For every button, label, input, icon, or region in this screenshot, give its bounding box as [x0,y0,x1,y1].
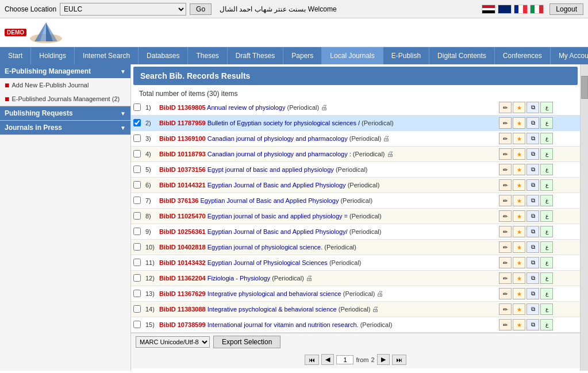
row-bibid[interactable]: BibID 11367629 [159,290,206,297]
arabic-button[interactable]: ع [540,179,553,191]
flag-uk[interactable] [498,5,512,14]
star-button[interactable]: ★ [513,164,525,175]
edit-button[interactable]: ✏ [499,319,512,330]
copy-button[interactable]: ⧉ [526,133,539,144]
row-checkbox[interactable] [133,212,141,220]
scrollbar[interactable] [580,64,588,371]
star-button[interactable]: ★ [513,272,525,284]
arabic-button[interactable]: ع [540,210,553,222]
star-button[interactable]: ★ [513,148,525,160]
nav-local-journals[interactable]: Local Journals [322,47,383,64]
row-title[interactable]: Integrative physiological and behavioral… [207,290,343,297]
row-title[interactable]: Egyptian journal of basic and applied ph… [207,213,349,220]
edit-button[interactable]: ✏ [499,226,512,237]
arabic-button[interactable]: ع [540,319,553,330]
row-title[interactable]: Egyptian Journal of Basic and Applied Ph… [207,228,349,235]
epublished-mgmt-link[interactable]: ■ E-Published Journals Management (2) [0,92,130,106]
copy-button[interactable]: ⧉ [526,148,539,160]
flag-france[interactable] [514,5,528,14]
row-checkbox[interactable] [133,228,141,235]
nav-internet-search[interactable]: Internet Search [75,47,139,64]
row-bibid[interactable]: BibID 11787959 [159,120,206,126]
edit-button[interactable]: ✏ [499,164,512,175]
edit-button[interactable]: ✏ [499,179,512,191]
edit-button[interactable]: ✏ [499,148,512,160]
row-title[interactable]: International journal for vitamin and nu… [207,321,360,328]
row-title[interactable]: Annual review of physiology [207,104,287,111]
row-bibid[interactable]: BibID 10738599 [159,321,206,328]
edit-button[interactable]: ✏ [499,288,512,299]
star-button[interactable]: ★ [513,133,525,144]
row-title[interactable]: Canadian journal of physiology and pharm… [207,151,353,157]
arabic-button[interactable]: ع [540,102,553,113]
row-checkbox[interactable] [133,321,141,328]
row-bibid[interactable]: BibID 11362204 [159,275,206,282]
nav-papers[interactable]: Papers [283,47,322,64]
edit-button[interactable]: ✏ [499,241,512,253]
star-button[interactable]: ★ [513,241,525,253]
edit-button[interactable]: ✏ [499,303,512,315]
copy-button[interactable]: ⧉ [526,288,539,299]
edit-button[interactable]: ✏ [499,102,512,113]
prev-page-button[interactable]: ◀ [321,354,334,365]
star-button[interactable]: ★ [513,102,525,113]
edit-button[interactable]: ✏ [499,133,512,144]
page-input[interactable] [336,355,353,364]
arabic-button[interactable]: ع [540,226,553,237]
edit-button[interactable]: ✏ [499,272,512,284]
edit-button[interactable]: ✏ [499,195,512,206]
next-page-button[interactable]: ▶ [377,354,390,365]
row-checkbox[interactable] [133,181,141,189]
journals-in-press-header[interactable]: Journals in Press ▼ [0,121,130,134]
export-selection-button[interactable]: Export Selection [213,336,280,348]
flag-egypt[interactable] [482,5,495,14]
publishing-requests-header[interactable]: Publishing Requests ▼ [0,106,130,120]
row-title[interactable]: Bulletin of Egyptian society for physiol… [207,120,362,126]
copy-button[interactable]: ⧉ [526,179,539,191]
location-select[interactable]: EULC [60,3,186,16]
arabic-button[interactable]: ع [540,288,553,299]
star-button[interactable]: ★ [513,319,525,330]
logout-button[interactable]: Logout [549,3,583,15]
row-bibid[interactable]: BibID 10118793 [159,151,206,157]
copy-button[interactable]: ⧉ [526,117,539,129]
row-checkbox[interactable] [133,134,141,142]
arabic-button[interactable]: ع [540,164,553,175]
copy-button[interactable]: ⧉ [526,303,539,315]
star-button[interactable]: ★ [513,226,525,237]
row-bibid[interactable]: BibID 10373156 [159,166,206,173]
row-checkbox[interactable] [133,243,141,251]
row-bibid[interactable]: BibID 11025470 [159,213,206,220]
row-title[interactable]: Integrative psychological & behavioral s… [207,306,339,313]
row-checkbox[interactable] [133,166,141,173]
scrollbar-thumb[interactable] [581,76,588,99]
nav-epublish[interactable]: E-Publish [383,47,429,64]
add-journal-link[interactable]: ■ Add New E-Publish Journal [0,78,130,92]
row-bibid[interactable]: BibID 10143432 [159,259,206,266]
star-button[interactable]: ★ [513,179,525,191]
edit-button[interactable]: ✏ [499,117,512,129]
row-checkbox[interactable] [133,290,141,297]
row-title[interactable]: Egyptian journal of physiological scienc… [207,244,325,251]
row-bibid[interactable]: BibID 11383088 [159,306,206,313]
copy-button[interactable]: ⧉ [526,241,539,253]
nav-theses[interactable]: Theses [188,47,227,64]
nav-databases[interactable]: Databases [139,47,188,64]
last-page-button[interactable]: ⏭ [392,355,406,365]
row-bibid[interactable]: BibID 10256361 [159,228,206,235]
row-title[interactable]: Egypt journal of basic and applied physi… [207,166,336,173]
star-button[interactable]: ★ [513,303,525,315]
copy-button[interactable]: ⧉ [526,226,539,237]
star-button[interactable]: ★ [513,117,525,129]
star-button[interactable]: ★ [513,257,525,268]
encoding-select[interactable]: MARC Unicode/Utf-8 MARC ISO-8859-1 [136,336,210,348]
row-checkbox[interactable] [133,305,141,313]
go-button[interactable]: Go [190,3,212,15]
row-title[interactable]: Egyptian Journal of Physiological Scienc… [207,259,329,266]
nav-start[interactable]: Start [0,47,31,64]
arabic-button[interactable]: ع [540,272,553,284]
arabic-button[interactable]: ع [540,117,553,129]
row-checkbox[interactable] [133,103,141,111]
arabic-button[interactable]: ع [540,133,553,144]
row-bibid[interactable]: BibID 10144321 [159,182,206,189]
